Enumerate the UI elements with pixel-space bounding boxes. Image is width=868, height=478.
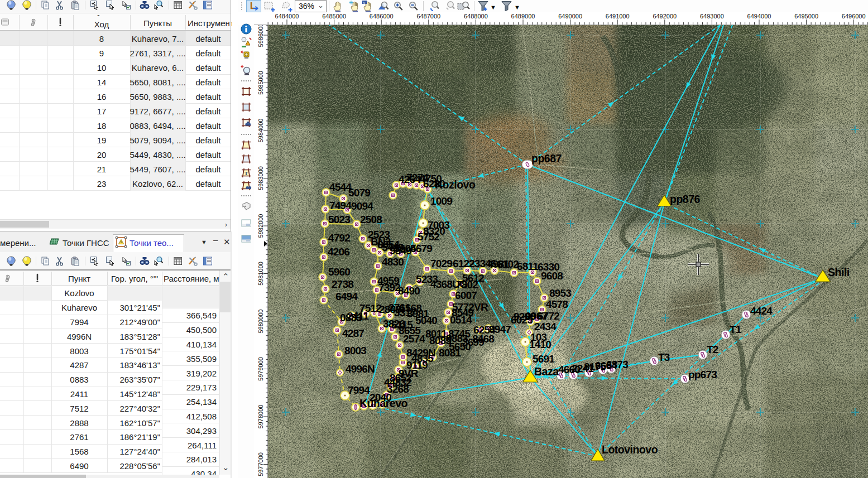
svg-text:6102: 6102 <box>497 258 519 270</box>
svg-text:6811: 6811 <box>517 260 539 272</box>
svg-text:pp687: pp687 <box>531 152 562 165</box>
svg-text:Kozlovo: Kozlovo <box>435 178 476 191</box>
svg-text:2411: 2411 <box>347 310 369 322</box>
svg-text:5023: 5023 <box>328 214 350 225</box>
svg-text:5978000: 5978000 <box>257 405 264 429</box>
svg-text:5079: 5079 <box>348 187 370 199</box>
svg-text:8652: 8652 <box>390 372 411 384</box>
svg-text:Lotovinovo: Lotovinovo <box>602 443 658 456</box>
svg-text:5986000: 5986000 <box>257 25 264 47</box>
svg-text:Kuharevo: Kuharevo <box>359 397 408 409</box>
svg-text:N: N <box>363 1 365 4</box>
svg-text:5980000: 5980000 <box>257 310 264 334</box>
svg-text:9094: 9094 <box>351 200 373 212</box>
svg-text:5984000: 5984000 <box>257 119 264 143</box>
svg-text:2434: 2434 <box>534 321 557 332</box>
svg-text:Baza: Baza <box>534 365 559 378</box>
svg-text:6025: 6025 <box>511 314 533 326</box>
svg-text:7994: 7994 <box>348 384 370 396</box>
svg-text:6493000: 6493000 <box>700 13 724 20</box>
svg-text:6488000: 6488000 <box>464 13 488 20</box>
svg-text:T1: T1 <box>730 324 742 335</box>
svg-text:T: T <box>244 171 248 176</box>
svg-text:6489000: 6489000 <box>511 13 535 20</box>
svg-text:T3: T3 <box>658 351 670 363</box>
svg-text:7802: 7802 <box>456 279 478 291</box>
svg-text:5983000: 5983000 <box>257 166 264 190</box>
svg-text:5977000: 5977000 <box>257 452 264 476</box>
svg-text:6486000: 6486000 <box>370 13 394 20</box>
svg-text:4424: 4424 <box>750 305 773 317</box>
svg-text:4830: 4830 <box>382 256 404 268</box>
svg-text:5960: 5960 <box>328 266 350 278</box>
svg-text:2574: 2574 <box>403 333 425 345</box>
svg-text:5679: 5679 <box>410 243 432 254</box>
svg-text:6007: 6007 <box>455 289 477 301</box>
svg-text:6873: 6873 <box>606 359 628 370</box>
svg-text:6494: 6494 <box>335 291 358 302</box>
svg-text:5691: 5691 <box>533 353 555 365</box>
svg-text:5979000: 5979000 <box>257 357 264 381</box>
svg-text:4792: 4792 <box>328 232 350 244</box>
svg-text:6485000: 6485000 <box>322 13 346 20</box>
svg-text:1009: 1009 <box>430 195 452 207</box>
svg-text:T2: T2 <box>707 344 718 355</box>
svg-text:Shili: Shili <box>828 266 850 278</box>
svg-text:4287: 4287 <box>342 327 364 339</box>
svg-text:9608: 9608 <box>541 270 563 282</box>
svg-text:9947: 9947 <box>489 324 511 335</box>
svg-text:6496000: 6496000 <box>842 13 866 20</box>
svg-text:7494: 7494 <box>329 200 352 211</box>
svg-text:5982000: 5982000 <box>257 214 264 238</box>
svg-text:4578: 4578 <box>546 298 568 310</box>
svg-text:pp876: pp876 <box>670 193 701 205</box>
svg-text:2738: 2738 <box>332 278 353 290</box>
svg-text:6487000: 6487000 <box>416 13 440 20</box>
svg-text:6484000: 6484000 <box>275 13 299 20</box>
svg-text:5985000: 5985000 <box>257 71 264 95</box>
svg-text:pp673: pp673 <box>688 369 717 380</box>
svg-text:5650: 5650 <box>449 341 471 353</box>
svg-text:6772: 6772 <box>538 310 559 322</box>
svg-text:2508: 2508 <box>360 214 382 225</box>
svg-text:5981000: 5981000 <box>257 262 264 286</box>
svg-text:6495000: 6495000 <box>794 13 818 20</box>
svg-text:4996N: 4996N <box>346 363 375 375</box>
svg-text:6494000: 6494000 <box>747 13 771 20</box>
svg-text:4206: 4206 <box>328 246 349 258</box>
svg-text:8953: 8953 <box>549 287 571 299</box>
svg-text:0514: 0514 <box>450 314 472 326</box>
svg-text:8003: 8003 <box>344 345 366 356</box>
svg-text:1410: 1410 <box>529 339 551 350</box>
svg-text:5752: 5752 <box>418 231 439 243</box>
svg-text:8490: 8490 <box>398 285 420 297</box>
svg-text:7392: 7392 <box>378 282 400 293</box>
svg-text:6490000: 6490000 <box>558 13 582 20</box>
svg-text:7029: 7029 <box>430 258 452 269</box>
svg-text:6491000: 6491000 <box>606 13 630 20</box>
svg-text:6492000: 6492000 <box>653 13 677 20</box>
svg-text:9549: 9549 <box>390 245 411 257</box>
